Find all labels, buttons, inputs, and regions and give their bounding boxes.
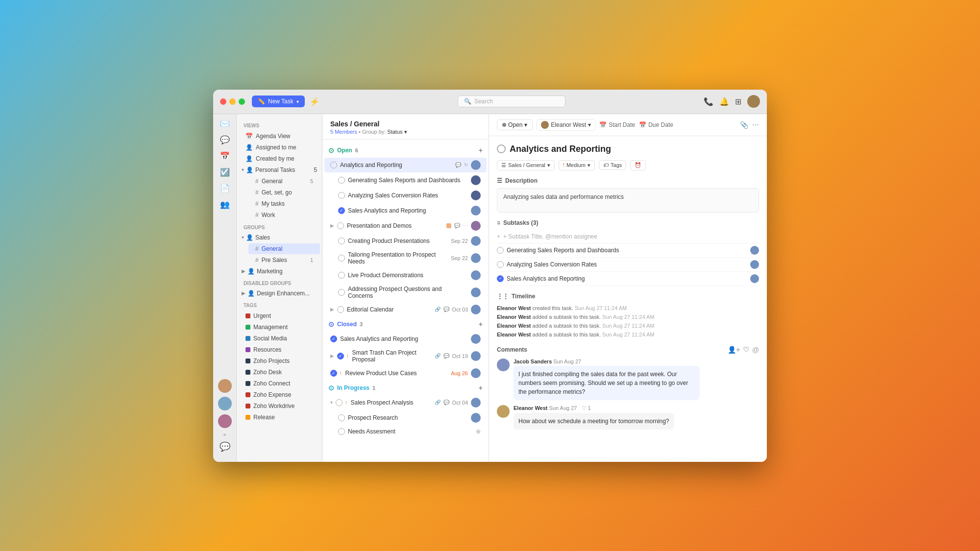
add-closed-task-button[interactable]: + [479,320,483,328]
sidebar-item-presales[interactable]: # Pre Sales 1 [248,255,320,265]
inbox-icon[interactable]: ✉️ [220,119,230,128]
task-check-editorial[interactable] [337,306,344,313]
bell-icon[interactable]: 🔔 [719,97,729,106]
task-addressing[interactable]: Addressing Prospect Questions and Concer… [324,283,487,302]
user-avatar[interactable] [747,95,760,108]
due-date-button[interactable]: 📅 Due Date [639,121,673,128]
lightning-icon[interactable]: ⚡ [310,97,319,106]
more-options-icon[interactable]: ⋯ [752,121,759,129]
task-check-needs[interactable] [338,428,345,435]
task-generating-reports[interactable]: Generating Sales Reports and Dashboards [324,173,487,188]
layout-icon[interactable]: ⊞ [735,97,741,106]
minimize-button[interactable] [229,98,236,105]
tag-social[interactable]: Social Media [239,333,320,344]
subtask-1[interactable]: Generating Sales Reports and Dashboards [497,243,759,258]
task-presentation-group[interactable]: ▶ Presentation and Demos 💬 ⋯ [324,218,487,233]
task-check-review[interactable] [330,370,337,377]
task-closed-sales-analytics[interactable]: Sales Analytics and Reporting [324,332,487,346]
heart-icon[interactable]: ♡ [743,346,749,354]
priority-tag[interactable]: ! Medium ▾ [559,160,595,170]
sidebar-group-design[interactable]: ▶ 👤 Design Enhancem... [237,288,322,299]
tag-zoho-connect[interactable]: Zoho Connect [239,378,320,389]
new-task-button[interactable]: ✏️ New Task ▾ [252,96,305,107]
people-icon[interactable]: 👥 [220,200,230,209]
subtask-3[interactable]: Sales Analytics and Reporting [497,272,759,286]
close-button[interactable] [220,98,226,105]
task-check-analytics[interactable] [330,162,337,168]
tag-comment-icon[interactable]: @ [752,346,759,354]
task-check-creating[interactable] [338,238,345,244]
subtask-check-1[interactable] [497,247,504,254]
calendar-icon[interactable]: 📅 [220,151,230,161]
task-check-prospect[interactable] [336,399,343,406]
task-editorial[interactable]: ▶ Editorial Calendar 🔗 💬 Oct 03 [324,302,487,317]
expand-icon[interactable]: » [223,432,226,437]
tags-tag[interactable]: 🏷 Tags [599,160,626,170]
task-prospect-research[interactable]: Prospect Research [324,410,487,425]
tag-management[interactable]: Management [239,322,320,333]
avatar-2[interactable] [218,397,232,410]
open-group-header[interactable]: ⊙ Open 6 + [322,144,489,157]
docs-icon[interactable]: 📄 [220,184,230,193]
task-sales-prospect[interactable]: ▾ ! Sales Prospect Analysis 🔗 💬 Oct 04 [324,395,487,410]
task-check-presentation-group[interactable] [337,222,344,229]
task-creating-presentations[interactable]: Creating Product Presentations Sep 22 [324,234,487,248]
task-review-product[interactable]: ! Review Product Use Cases Aug 26 [324,366,487,381]
task-check-research[interactable] [338,414,345,421]
add-subtask-icon[interactable]: ⊕ [476,428,481,435]
tag-zoho-workdrive[interactable]: Zoho Workdrive [239,401,320,411]
task-tailoring[interactable]: Tailoring Presentation to Prospect Needs… [324,249,487,267]
task-needs-assessment[interactable]: Needs Assesment ⊕ [324,426,487,437]
sidebar-item-created[interactable]: 👤 Created by me [239,153,320,164]
task-check-smart-trash[interactable] [337,353,344,359]
subtask-2[interactable]: Analyzing Sales Conversion Rates [497,258,759,272]
task-check-closed-1[interactable] [330,335,337,342]
reminder-tag[interactable]: ⏰ [630,160,646,170]
sidebar-item-assigned[interactable]: 👤 Assigned to me [239,142,320,153]
maximize-button[interactable] [239,98,245,105]
sidebar-item-sales-general[interactable]: # General [248,243,320,254]
avatar-3[interactable] [218,414,232,428]
task-sales-analytics[interactable]: Sales Analytics and Reporting [324,203,487,218]
avatar-1[interactable] [218,379,232,393]
add-person-icon[interactable]: 👤+ [728,346,740,354]
sidebar-item-general[interactable]: # General 5 [248,176,320,187]
description-box[interactable]: Analyzing sales data and performance met… [497,188,759,213]
task-check-analyzing[interactable] [338,192,345,199]
add-open-task-button[interactable]: + [479,146,483,154]
task-check-generating[interactable] [338,177,345,184]
task-check-sales-analytics[interactable] [338,207,345,214]
group-by-status[interactable]: Status ▾ [387,129,407,135]
task-smart-trash[interactable]: ▶ ! Smart Trash Can Project Proposal 🔗 💬… [324,347,487,365]
tag-resources[interactable]: Resources [239,344,320,355]
open-status-button[interactable]: Open ▾ [497,120,533,130]
members-link[interactable]: 5 Members [330,129,357,135]
subtask-check-3[interactable] [497,275,504,282]
tag-release[interactable]: Release [239,412,320,423]
search-bar[interactable]: 🔍 Search [458,96,565,107]
start-date-button[interactable]: 📅 Start Date [599,121,635,128]
sidebar-item-mytasks[interactable]: # My tasks [248,198,320,209]
task-check-tailoring[interactable] [338,255,345,262]
assignee-button[interactable]: Eleanor West ▾ [537,119,595,131]
sidebar-group-sales[interactable]: ▾ 👤 Sales [237,232,322,243]
tag-zoho-expense[interactable]: Zoho Expense [239,389,320,400]
sidebar-group-personal[interactable]: ▾ 👤 Personal Tasks 5 [237,165,322,175]
task-analytics-and-reporting[interactable]: Analytics and Reporting 💬 ↻ [324,158,487,172]
task-live-demos[interactable]: Live Product Demonstrations [324,268,487,283]
tag-urgent[interactable]: Urgent [239,311,320,321]
task-check-addressing[interactable] [338,289,345,296]
tag-zoho-desk[interactable]: Zoho Desk [239,367,320,378]
tasks-icon[interactable]: ☑️ [220,168,230,177]
sidebar-item-agenda[interactable]: 📅 Agenda View [239,131,320,142]
chat-icon[interactable]: 💬 [220,135,230,144]
closed-group-header[interactable]: ⊙ Closed 3 + [322,317,489,331]
sidebar-item-work[interactable]: # Work [248,210,320,220]
subtask-input-row[interactable]: + + Subtask Title, @mention assignee [497,230,759,243]
task-analyzing-sales[interactable]: Analyzing Sales Conversion Rates [324,188,487,203]
task-check-live[interactable] [338,272,345,279]
list-path-tag[interactable]: ☰ Sales / General ▾ [497,160,555,170]
add-progress-task-button[interactable]: + [479,384,483,392]
sidebar-item-getsetgo[interactable]: # Get, set, go [248,187,320,198]
subtask-check-2[interactable] [497,261,504,268]
